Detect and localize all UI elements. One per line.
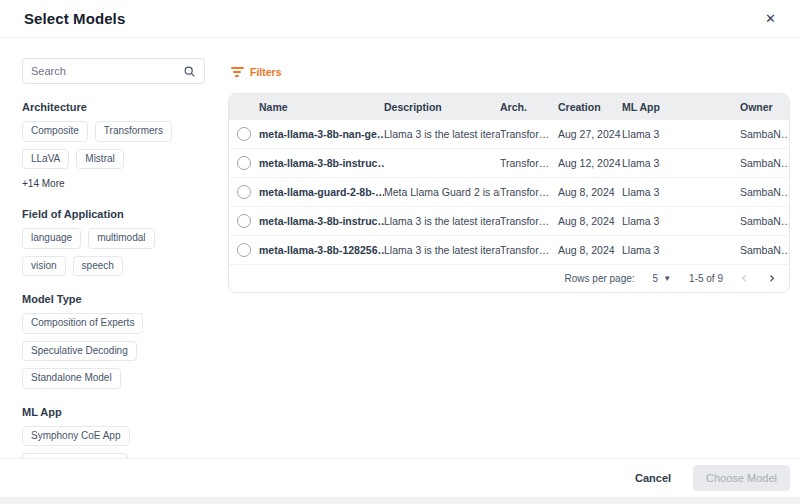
cell-creation: Aug 8, 2024 bbox=[558, 186, 622, 198]
rows-per-page-label: Rows per page: bbox=[565, 273, 635, 284]
column-header-creation: Creation bbox=[558, 101, 622, 113]
cell-description: Llama 3 is the latest itera… bbox=[384, 215, 500, 227]
pagination-range: 1-5 of 9 bbox=[689, 273, 723, 284]
next-page-icon[interactable]: › bbox=[769, 271, 775, 286]
cell-name: meta-llama-guard-2-8b-… bbox=[259, 186, 384, 198]
filter-chip[interactable]: Speculative Decoding bbox=[22, 341, 137, 362]
rows-per-page-select[interactable]: 5 ▼ bbox=[653, 273, 671, 284]
cell-ml-app: Llama 3 bbox=[622, 215, 740, 227]
select-models-dialog: Select Models ✕ Architecture Composite T… bbox=[0, 0, 800, 497]
cell-name: meta-llama-3-8b-nan-ge… bbox=[259, 128, 384, 140]
cell-name: meta-llama-3-8b-instruc… bbox=[259, 157, 384, 169]
cell-arch: Transfor… bbox=[500, 244, 558, 256]
filter-chip[interactable]: Standalone Model bbox=[22, 368, 121, 389]
table-header-row: Name Description Arch. Creation ML App O… bbox=[229, 94, 789, 119]
filter-section-architecture: Architecture Composite Transformers LLaV… bbox=[22, 101, 205, 191]
cell-name: meta-llama-3-8b-128256… bbox=[259, 244, 384, 256]
table-row: meta-llama-3-8b-nan-ge… Llama 3 is the l… bbox=[229, 119, 789, 148]
filter-sidebar: Architecture Composite Transformers LLaV… bbox=[22, 58, 205, 458]
table-row: meta-llama-guard-2-8b-… Meta Llama Guard… bbox=[229, 177, 789, 206]
section-label: Field of Application bbox=[22, 208, 205, 220]
models-table: Name Description Arch. Creation ML App O… bbox=[228, 93, 790, 293]
cell-owner: SambaN… bbox=[740, 128, 789, 140]
model-table-area: Filters Name Description Arch. Creation … bbox=[228, 58, 790, 458]
column-header-name: Name bbox=[259, 101, 384, 113]
cell-ml-app: Llama 3 bbox=[622, 186, 740, 198]
filter-chip[interactable]: LLaVA bbox=[22, 149, 69, 170]
cell-owner: SambaN… bbox=[740, 157, 789, 169]
cell-creation: Aug 8, 2024 bbox=[558, 215, 622, 227]
cell-owner: SambaN… bbox=[740, 186, 789, 198]
cell-owner: SambaN… bbox=[740, 215, 789, 227]
cell-ml-app: Llama 3 bbox=[622, 157, 740, 169]
cell-name: meta-llama-3-8b-instruc… bbox=[259, 215, 384, 227]
cell-arch: Transfor… bbox=[500, 186, 558, 198]
filter-section-ml-app: ML App Symphony CoE App Samba 1 Turbo Ap… bbox=[22, 406, 205, 459]
rows-per-page-value: 5 bbox=[653, 273, 659, 284]
cell-arch: Transfor… bbox=[500, 157, 558, 169]
filter-chip[interactable]: vision bbox=[22, 256, 66, 277]
cell-owner: SambaN… bbox=[740, 244, 789, 256]
cell-ml-app: Llama 3 bbox=[622, 128, 740, 140]
cell-arch: Transfor… bbox=[500, 215, 558, 227]
choose-model-button[interactable]: Choose Model bbox=[693, 465, 790, 491]
column-header-owner: Owner bbox=[740, 101, 789, 113]
filter-section-model-type: Model Type Composition of Experts Specul… bbox=[22, 293, 205, 389]
filters-button[interactable]: Filters bbox=[228, 64, 284, 80]
column-header-description: Description bbox=[384, 101, 500, 113]
search-icon bbox=[183, 65, 196, 78]
filter-chip[interactable]: Transformers bbox=[95, 121, 172, 142]
dialog-body: Architecture Composite Transformers LLaV… bbox=[0, 38, 800, 458]
cell-description: Meta Llama Guard 2 is an … bbox=[384, 186, 500, 198]
row-radio-button[interactable] bbox=[237, 243, 251, 257]
row-radio-button[interactable] bbox=[237, 156, 251, 170]
row-radio-button[interactable] bbox=[237, 127, 251, 141]
filter-chip[interactable]: multimodal bbox=[88, 228, 154, 249]
backdrop bbox=[0, 497, 800, 504]
filter-funnel-icon bbox=[230, 67, 244, 77]
previous-page-icon[interactable]: ‹ bbox=[741, 271, 747, 286]
chevron-down-icon: ▼ bbox=[663, 274, 671, 283]
dialog-footer: Cancel Choose Model bbox=[0, 458, 800, 497]
filter-chip[interactable]: speech bbox=[73, 256, 123, 277]
cell-creation: Aug 27, 2024 bbox=[558, 128, 622, 140]
column-header-ml-app: ML App bbox=[622, 101, 740, 113]
section-label: Model Type bbox=[22, 293, 205, 305]
table-row: meta-llama-3-8b-128256… Llama 3 is the l… bbox=[229, 235, 789, 264]
table-pagination: Rows per page: 5 ▼ 1-5 of 9 ‹ › bbox=[229, 264, 789, 292]
filter-chip[interactable]: Composite bbox=[22, 121, 88, 142]
filter-chip[interactable]: Composition of Experts bbox=[22, 313, 143, 334]
cell-description: Llama 3 is the latest itera… bbox=[384, 128, 500, 140]
page-title: Select Models bbox=[24, 10, 125, 27]
filter-chip[interactable]: Symphony CoE App bbox=[22, 426, 130, 447]
filter-chip[interactable]: Mistral bbox=[76, 149, 123, 170]
table-row: meta-llama-3-8b-instruc… Llama 3 is the … bbox=[229, 206, 789, 235]
row-radio-button[interactable] bbox=[237, 185, 251, 199]
dialog-header: Select Models ✕ bbox=[0, 0, 800, 38]
column-header-arch: Arch. bbox=[500, 101, 558, 113]
cancel-button[interactable]: Cancel bbox=[631, 466, 675, 490]
cell-description: Llama 3 is the latest itera… bbox=[384, 244, 500, 256]
filter-section-field-of-application: Field of Application language multimodal… bbox=[22, 208, 205, 276]
cell-creation: Aug 8, 2024 bbox=[558, 244, 622, 256]
close-icon[interactable]: ✕ bbox=[761, 8, 780, 29]
search-input[interactable] bbox=[31, 65, 183, 77]
filters-label: Filters bbox=[250, 66, 282, 78]
show-more-link[interactable]: +14 More bbox=[22, 178, 65, 189]
filter-chip[interactable]: language bbox=[22, 228, 81, 249]
search-box bbox=[22, 58, 205, 84]
table-row: meta-llama-3-8b-instruc… Transfor… Aug 1… bbox=[229, 148, 789, 177]
section-label: Architecture bbox=[22, 101, 205, 113]
cell-arch: Transfor… bbox=[500, 128, 558, 140]
cell-ml-app: Llama 3 bbox=[622, 244, 740, 256]
cell-creation: Aug 12, 2024 bbox=[558, 157, 622, 169]
row-radio-button[interactable] bbox=[237, 214, 251, 228]
section-label: ML App bbox=[22, 406, 205, 418]
